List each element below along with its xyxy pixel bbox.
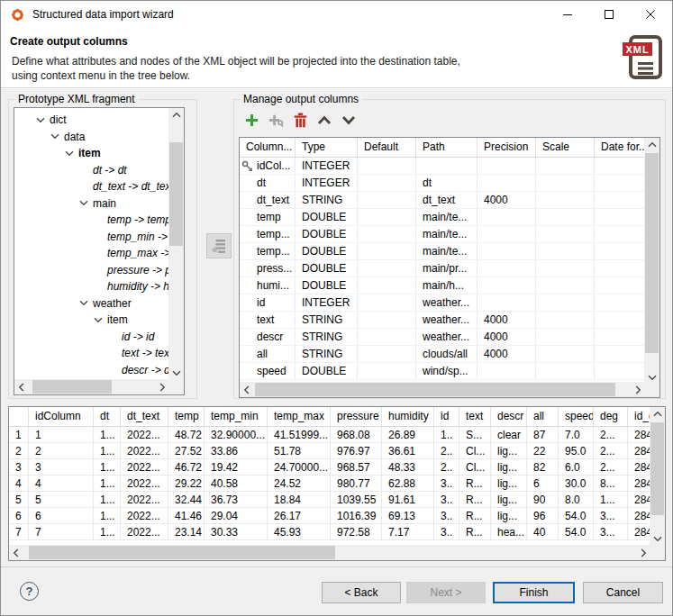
maximize-button[interactable] — [588, 1, 630, 28]
tree-node[interactable]: id -> id — [14, 329, 168, 346]
table-cell[interactable]: main/h... — [416, 277, 477, 294]
table-cell[interactable]: wind/sp... — [416, 363, 477, 380]
table-cell[interactable] — [595, 312, 646, 329]
column-header[interactable]: descr — [491, 407, 527, 426]
table-cell[interactable]: DOUBLE — [296, 363, 358, 380]
scrollbar-thumb[interactable] — [169, 142, 183, 246]
table-cell[interactable] — [595, 226, 646, 243]
table-cell[interactable]: 4000 — [477, 192, 536, 209]
column-header[interactable]: temp — [168, 407, 205, 426]
table-cell[interactable] — [536, 363, 595, 380]
column-header[interactable]: all — [527, 407, 559, 426]
column-header[interactable]: Date for.. — [595, 138, 646, 157]
table-cell[interactable]: weather... — [416, 294, 477, 312]
chevron-down-icon[interactable] — [94, 317, 107, 323]
table-cell[interactable]: DOUBLE — [296, 277, 358, 294]
scroll-left-arrow-icon[interactable] — [14, 379, 30, 394]
table-cell[interactable] — [595, 260, 646, 277]
output-column-row[interactable]: press...DOUBLEmain/pr... — [240, 260, 646, 277]
tree-node[interactable]: pressure -> pressure — [14, 262, 168, 279]
table-cell[interactable] — [358, 346, 416, 363]
table-cell[interactable] — [358, 175, 416, 192]
table-cell[interactable] — [536, 260, 595, 277]
table-cell[interactable] — [595, 158, 646, 175]
scrollbar-thumb[interactable] — [29, 546, 335, 559]
scroll-up-arrow-icon[interactable] — [644, 138, 659, 153]
column-header[interactable]: idColumn — [29, 407, 94, 426]
help-button[interactable]: ? — [20, 582, 39, 601]
close-button[interactable] — [630, 1, 671, 28]
column-header[interactable]: humidity — [382, 407, 434, 426]
table-cell[interactable] — [595, 192, 646, 209]
output-column-row[interactable]: allSTRINGclouds/all4000 — [240, 346, 646, 363]
scroll-down-arrow-icon[interactable] — [650, 530, 665, 545]
add-column-button[interactable] — [241, 111, 261, 129]
cancel-button[interactable]: Cancel — [583, 582, 663, 603]
column-header[interactable]: Precision — [477, 138, 536, 157]
tree-horizontal-scrollbar[interactable] — [14, 379, 168, 394]
table-cell[interactable] — [358, 209, 416, 226]
scroll-right-arrow-icon[interactable] — [629, 382, 644, 397]
table-cell[interactable]: INTEGER — [296, 175, 358, 192]
preview-row[interactable]: 111...2022...48.7232.90000...41.51999...… — [9, 427, 650, 443]
table-cell[interactable] — [358, 312, 416, 329]
table-cell[interactable] — [358, 260, 416, 277]
table-cell[interactable]: dt_text — [416, 192, 477, 209]
finish-button[interactable]: Finish — [493, 582, 575, 603]
output-column-row[interactable]: temp...DOUBLEmain/te... — [240, 226, 646, 243]
table-cell[interactable]: STRING — [296, 192, 358, 209]
output-column-row[interactable]: tempDOUBLEmain/te... — [240, 209, 646, 226]
preview-horizontal-scrollbar[interactable] — [9, 545, 650, 560]
table-cell[interactable]: id — [240, 294, 296, 312]
next-button[interactable]: Next > — [406, 582, 486, 603]
minimize-button[interactable] — [547, 1, 588, 28]
table-cell[interactable] — [536, 192, 595, 209]
output-column-row[interactable]: speedDOUBLEwind/sp... — [240, 363, 646, 380]
table-cell[interactable]: dt_text — [240, 192, 296, 209]
table-cell[interactable] — [358, 226, 416, 243]
delete-column-button[interactable] — [290, 111, 310, 129]
table-cell[interactable]: DOUBLE — [296, 243, 358, 260]
table-cell[interactable] — [536, 294, 595, 312]
table-cell[interactable]: DOUBLE — [296, 226, 358, 243]
add-key-column-button[interactable] — [266, 111, 286, 129]
table-cell[interactable]: 4000 — [477, 329, 536, 346]
table-cell[interactable]: INTEGER — [296, 294, 358, 312]
scroll-up-arrow-icon[interactable] — [168, 108, 184, 123]
table-cell[interactable] — [358, 277, 416, 294]
table-cell[interactable] — [595, 209, 646, 226]
move-down-button[interactable] — [339, 111, 359, 129]
tree-node[interactable]: weather — [14, 295, 168, 313]
scrollbar-thumb[interactable] — [650, 422, 664, 515]
column-header[interactable]: speed — [559, 407, 594, 426]
table-cell[interactable] — [595, 277, 646, 294]
table-cell[interactable]: STRING — [296, 329, 358, 346]
column-header[interactable]: Type — [296, 138, 358, 157]
table-cell[interactable]: descr — [240, 329, 296, 346]
table-cell[interactable]: dt — [416, 175, 477, 192]
column-header[interactable] — [9, 407, 29, 426]
column-header[interactable]: pressure — [331, 407, 382, 426]
table-cell[interactable]: 4000 — [477, 312, 536, 329]
table-cell[interactable] — [477, 209, 536, 226]
output-column-row[interactable]: descrSTRINGweather...4000 — [240, 329, 646, 346]
preview-row[interactable]: 551...2022...32.4436.7318.841039.5591.61… — [9, 492, 650, 508]
table-cell[interactable]: clouds/all — [416, 346, 477, 363]
table-cell[interactable]: DOUBLE — [296, 260, 358, 277]
table-cell[interactable]: INTEGER — [296, 158, 358, 175]
table-cell[interactable] — [595, 346, 646, 363]
tree-node[interactable]: descr -> descr — [14, 362, 168, 379]
output-column-row[interactable]: idINTEGERweather... — [240, 294, 646, 312]
column-header[interactable]: Column... — [240, 138, 296, 157]
table-cell[interactable] — [595, 175, 646, 192]
table-cell[interactable] — [536, 243, 595, 260]
table-cell[interactable]: speed — [240, 363, 296, 380]
output-column-row[interactable]: textSTRINGweather...4000 — [240, 312, 646, 329]
column-header[interactable]: temp_max — [268, 407, 331, 426]
tree-vertical-scrollbar[interactable] — [168, 108, 184, 379]
table-cell[interactable] — [477, 243, 536, 260]
scroll-left-arrow-icon[interactable] — [9, 545, 24, 560]
chevron-down-icon[interactable] — [79, 300, 93, 306]
table-cell[interactable] — [358, 363, 416, 380]
chevron-down-icon[interactable] — [50, 133, 64, 140]
